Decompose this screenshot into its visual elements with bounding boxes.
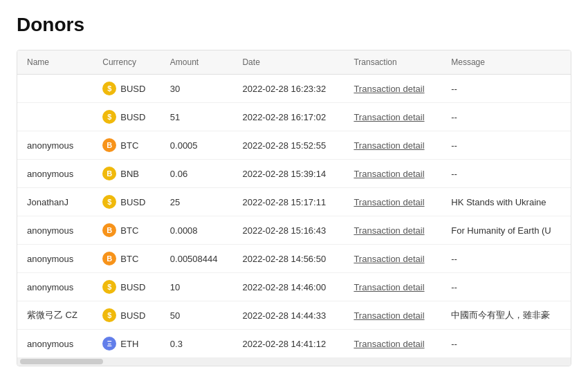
- table-header-row: Name Currency Amount Date Transaction Me…: [17, 50, 571, 75]
- currency-label: BTC: [120, 254, 138, 264]
- cell-currency: $BUSD: [93, 103, 160, 131]
- cell-transaction[interactable]: Transaction detail: [344, 245, 441, 273]
- cell-name: anonymous: [17, 273, 93, 301]
- cell-amount: 50: [160, 301, 233, 330]
- cell-name: 紫微弓乙 CZ: [17, 301, 93, 330]
- currency-label: BUSD: [120, 112, 145, 122]
- cell-currency: BBTC: [93, 216, 160, 245]
- table-row: anonymousBBTC0.00052022-02-28 15:52:55Tr…: [17, 131, 571, 160]
- transaction-detail-link[interactable]: Transaction detail: [353, 112, 424, 122]
- transaction-detail-link[interactable]: Transaction detail: [353, 339, 424, 349]
- transaction-detail-link[interactable]: Transaction detail: [353, 254, 424, 264]
- currency-label: BUSD: [120, 310, 145, 321]
- cell-date: 2022-02-28 14:41:12: [232, 330, 344, 358]
- table-row: $BUSD512022-02-28 16:17:02Transaction de…: [17, 103, 571, 131]
- cell-currency: $BUSD: [93, 75, 160, 103]
- cell-amount: 0.00508444: [160, 245, 233, 273]
- table-row: 紫微弓乙 CZ$BUSD502022-02-28 14:44:33Transac…: [17, 301, 571, 330]
- cell-message: 中國而今有聖人，雖非豪: [441, 301, 571, 330]
- cell-date: 2022-02-28 15:52:55: [232, 131, 344, 160]
- cell-message: --: [441, 75, 571, 103]
- table-row: anonymousBBTC0.005084442022-02-28 14:56:…: [17, 245, 571, 273]
- cell-transaction[interactable]: Transaction detail: [344, 330, 441, 358]
- currency-label: BTC: [120, 225, 138, 236]
- cell-transaction[interactable]: Transaction detail: [344, 273, 441, 301]
- col-currency: Currency: [93, 50, 160, 75]
- transaction-detail-link[interactable]: Transaction detail: [353, 282, 424, 292]
- cell-amount: 0.06: [160, 160, 233, 188]
- table-row: anonymousBBNB0.062022-02-28 15:39:14Tran…: [17, 160, 571, 188]
- cell-name: anonymous: [17, 216, 93, 245]
- busd-icon: $: [102, 195, 116, 209]
- btc-icon: B: [102, 252, 116, 265]
- btc-icon: B: [102, 138, 116, 152]
- currency-label: ETH: [120, 339, 138, 349]
- busd-icon: $: [102, 308, 116, 322]
- cell-message: --: [441, 245, 571, 273]
- col-name: Name: [17, 50, 93, 75]
- col-transaction: Transaction: [344, 50, 441, 75]
- cell-message: --: [441, 131, 571, 160]
- cell-date: 2022-02-28 15:39:14: [232, 160, 344, 188]
- transaction-detail-link[interactable]: Transaction detail: [353, 310, 424, 321]
- busd-icon: $: [102, 110, 116, 124]
- busd-icon: $: [102, 280, 116, 294]
- donors-table: Name Currency Amount Date Transaction Me…: [17, 50, 571, 357]
- cell-message: --: [441, 273, 571, 301]
- currency-label: BNB: [120, 169, 139, 179]
- horizontal-scrollbar[interactable]: [17, 357, 571, 366]
- cell-transaction[interactable]: Transaction detail: [344, 103, 441, 131]
- cell-amount: 51: [160, 103, 233, 131]
- page-title: Donors: [17, 14, 571, 36]
- cell-amount: 30: [160, 75, 233, 103]
- eth-icon: Ξ: [102, 337, 116, 350]
- cell-name: anonymous: [17, 245, 93, 273]
- bnb-icon: B: [102, 167, 116, 180]
- cell-currency: $BUSD: [93, 273, 160, 301]
- cell-date: 2022-02-28 15:16:43: [232, 216, 344, 245]
- transaction-detail-link[interactable]: Transaction detail: [353, 169, 424, 179]
- cell-transaction[interactable]: Transaction detail: [344, 75, 441, 103]
- cell-name: [17, 103, 93, 131]
- cell-amount: 0.3: [160, 330, 233, 358]
- cell-currency: $BUSD: [93, 301, 160, 330]
- cell-message: --: [441, 160, 571, 188]
- cell-message: --: [441, 103, 571, 131]
- transaction-detail-link[interactable]: Transaction detail: [353, 225, 424, 236]
- cell-amount: 25: [160, 188, 233, 216]
- col-message: Message: [441, 50, 571, 75]
- cell-date: 2022-02-28 14:46:00: [232, 273, 344, 301]
- cell-transaction[interactable]: Transaction detail: [344, 131, 441, 160]
- cell-transaction[interactable]: Transaction detail: [344, 301, 441, 330]
- table-row: $BUSD302022-02-28 16:23:32Transaction de…: [17, 75, 571, 103]
- cell-currency: BBNB: [93, 160, 160, 188]
- cell-currency: $BUSD: [93, 188, 160, 216]
- cell-transaction[interactable]: Transaction detail: [344, 160, 441, 188]
- table-row: JonathanJ$BUSD252022-02-28 15:17:11Trans…: [17, 188, 571, 216]
- cell-date: 2022-02-28 14:44:33: [232, 301, 344, 330]
- cell-amount: 10: [160, 273, 233, 301]
- cell-currency: ΞETH: [93, 330, 160, 358]
- col-amount: Amount: [160, 50, 233, 75]
- table-row: anonymousBBTC0.00082022-02-28 15:16:43Tr…: [17, 216, 571, 245]
- cell-transaction[interactable]: Transaction detail: [344, 188, 441, 216]
- cell-message: --: [441, 330, 571, 358]
- cell-name: anonymous: [17, 330, 93, 358]
- cell-currency: BBTC: [93, 245, 160, 273]
- currency-label: BUSD: [120, 197, 145, 207]
- col-date: Date: [232, 50, 344, 75]
- donors-table-container: Name Currency Amount Date Transaction Me…: [17, 50, 571, 366]
- cell-message: For Humanity of Earth (U: [441, 216, 571, 245]
- page-container: Donors Name Currency Amount Date Transac…: [0, 0, 588, 374]
- cell-date: 2022-02-28 16:17:02: [232, 103, 344, 131]
- currency-label: BUSD: [120, 282, 145, 292]
- cell-transaction[interactable]: Transaction detail: [344, 216, 441, 245]
- cell-date: 2022-02-28 16:23:32: [232, 75, 344, 103]
- transaction-detail-link[interactable]: Transaction detail: [353, 84, 424, 94]
- currency-label: BTC: [120, 140, 138, 151]
- cell-name: anonymous: [17, 131, 93, 160]
- scrollbar-thumb[interactable]: [20, 359, 103, 364]
- btc-icon: B: [102, 223, 116, 237]
- transaction-detail-link[interactable]: Transaction detail: [353, 140, 424, 151]
- transaction-detail-link[interactable]: Transaction detail: [353, 197, 424, 207]
